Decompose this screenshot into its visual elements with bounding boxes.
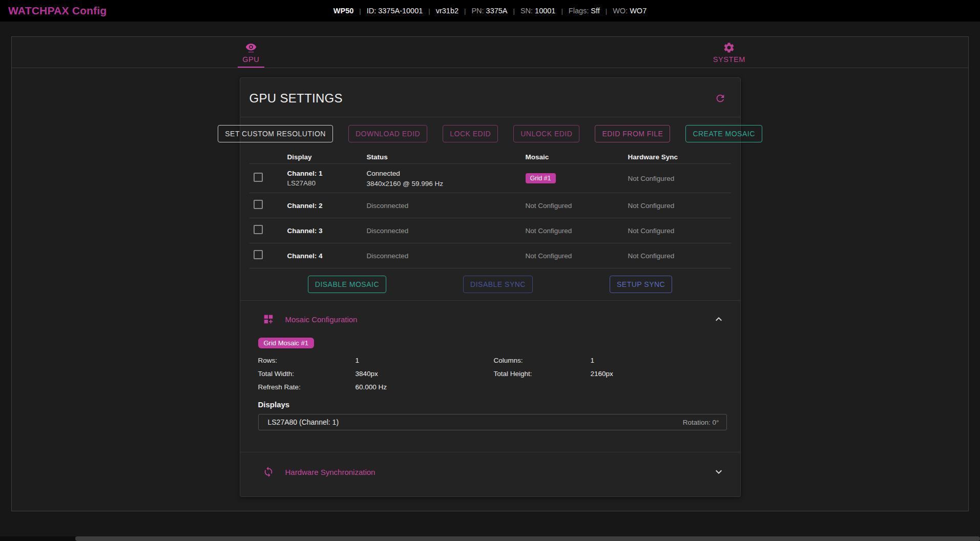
channel-label: Channel: 4 bbox=[287, 252, 361, 260]
download-edid-button[interactable]: DOWNLOAD EDID bbox=[348, 125, 427, 142]
sn-label: SN: bbox=[520, 7, 533, 15]
tab-system[interactable]: SYSTEM bbox=[490, 37, 969, 68]
refresh-button[interactable] bbox=[715, 93, 726, 104]
chevron-down-icon[interactable] bbox=[713, 466, 725, 478]
mosaic-status: Not Configured bbox=[519, 227, 622, 235]
columns-label: Columns: bbox=[494, 357, 591, 364]
refresh-icon bbox=[715, 93, 726, 104]
refresh-rate-label: Refresh Rate: bbox=[258, 383, 356, 391]
device-model: WP50 bbox=[333, 7, 354, 15]
separator: | bbox=[561, 7, 562, 15]
tab-gpu-label: GPU bbox=[242, 55, 259, 64]
channel-2-checkbox[interactable] bbox=[254, 200, 263, 209]
separator: | bbox=[513, 7, 515, 15]
mosaic-grid-icon bbox=[263, 314, 274, 325]
columns-value: 1 bbox=[591, 357, 727, 364]
mosaic-configuration-body: Grid Mosaic #1 Rows: 1 Columns: 1 Total … bbox=[240, 338, 740, 452]
channel-4-checkbox[interactable] bbox=[254, 250, 263, 259]
pn-value: 3375A bbox=[486, 7, 508, 15]
table-row-channel-2: Channel: 2 Disconnected Not Configured N… bbox=[249, 193, 731, 218]
total-width-label: Total Width: bbox=[258, 370, 356, 378]
app-title: WATCHPAX Config bbox=[8, 5, 107, 17]
disable-mosaic-button[interactable]: DISABLE MOSAIC bbox=[308, 276, 386, 293]
display-item-name: LS27A80 (Channel: 1) bbox=[268, 418, 339, 426]
hardware-sync-status: Not Configured bbox=[622, 175, 731, 182]
channel-label: Channel: 2 bbox=[287, 202, 361, 210]
gear-icon bbox=[723, 41, 735, 54]
col-status: Status bbox=[361, 153, 519, 161]
channels-table: Display Status Mosaic Hardware Sync Chan… bbox=[249, 150, 731, 268]
status-detail: 3840x2160 @ 59.996 Hz bbox=[367, 180, 519, 188]
hardware-sync-status: Not Configured bbox=[622, 202, 731, 210]
hardware-sync-header[interactable]: Hardware Synchronization bbox=[240, 452, 740, 496]
separator: | bbox=[606, 7, 607, 15]
col-hardware-sync: Hardware Sync bbox=[622, 153, 731, 161]
actions-row: DISABLE MOSAIC DISABLE SYNC SETUP SYNC bbox=[240, 268, 740, 301]
status-text: Disconnected bbox=[361, 252, 519, 260]
separator: | bbox=[428, 7, 430, 15]
wo-label: WO: bbox=[613, 7, 628, 15]
gpu-eye-icon bbox=[245, 41, 257, 54]
channel-1-checkbox[interactable] bbox=[254, 173, 263, 182]
grid-mosaic-badge: Grid Mosaic #1 bbox=[258, 338, 314, 348]
col-mosaic: Mosaic bbox=[519, 153, 622, 161]
status-text: Disconnected bbox=[361, 227, 519, 235]
device-info-bar: WP50 | ID: 3375A-10001 | vr31b2 | PN: 33… bbox=[333, 7, 647, 15]
mosaic-configuration-header[interactable]: Mosaic Configuration bbox=[240, 301, 740, 338]
horizontal-scrollbar-track bbox=[0, 536, 980, 541]
mosaic-fields: Rows: 1 Columns: 1 Total Width: 3840px T… bbox=[258, 357, 727, 391]
device-version: vr31b2 bbox=[436, 7, 458, 15]
chevron-up-icon[interactable] bbox=[713, 313, 725, 325]
hardware-sync-panel: Hardware Synchronization bbox=[240, 452, 740, 496]
tab-gpu[interactable]: GPU bbox=[12, 37, 490, 68]
total-height-label: Total Height: bbox=[494, 370, 591, 378]
separator: | bbox=[464, 7, 466, 15]
table-header-row: Display Status Mosaic Hardware Sync bbox=[249, 150, 731, 164]
mosaic-status: Not Configured bbox=[519, 252, 622, 260]
flags-value: Sff bbox=[591, 7, 599, 15]
display-item-rotation: Rotation: 0° bbox=[683, 419, 719, 426]
device-id: ID: 3375A-10001 bbox=[367, 7, 423, 15]
total-height-value: 2160px bbox=[591, 370, 727, 378]
panel-title: GPU SETTINGS bbox=[249, 91, 343, 106]
status-text: Disconnected bbox=[361, 202, 519, 210]
mosaic-status: Not Configured bbox=[519, 202, 622, 210]
channel-label: Channel: 3 bbox=[287, 227, 361, 235]
status-text: Connected bbox=[367, 170, 519, 177]
display-list-item[interactable]: LS27A80 (Channel: 1) Rotation: 0° bbox=[258, 414, 727, 430]
pn-label: PN: bbox=[471, 7, 484, 15]
tab-bar: GPU SYSTEM bbox=[12, 37, 968, 68]
set-custom-resolution-button[interactable]: SET CUSTOM RESOLUTION bbox=[218, 125, 333, 142]
disable-sync-button[interactable]: DISABLE SYNC bbox=[463, 276, 533, 293]
table-row-channel-1: Channel: 1 LS27A80 Connected 3840x2160 @… bbox=[249, 164, 731, 193]
lock-edid-button[interactable]: LOCK EDID bbox=[443, 125, 498, 142]
hardware-sync-status: Not Configured bbox=[622, 227, 731, 235]
refresh-rate-value: 60.000 Hz bbox=[356, 383, 494, 391]
create-mosaic-button[interactable]: CREATE MOSAIC bbox=[685, 125, 762, 142]
active-tab-indicator bbox=[238, 67, 264, 68]
flags-label: Flags: bbox=[569, 7, 589, 15]
edid-from-file-button[interactable]: EDID FROM FILE bbox=[595, 125, 670, 142]
rows-value: 1 bbox=[356, 357, 494, 364]
table-row-channel-4: Channel: 4 Disconnected Not Configured N… bbox=[249, 243, 731, 268]
horizontal-scrollbar-thumb[interactable] bbox=[75, 536, 980, 541]
unlock-edid-button[interactable]: UNLOCK EDID bbox=[513, 125, 579, 142]
setup-sync-button[interactable]: SETUP SYNC bbox=[610, 276, 672, 293]
sn-value: 10001 bbox=[535, 7, 555, 15]
toolbar: SET CUSTOM RESOLUTION DOWNLOAD EDID LOCK… bbox=[240, 117, 740, 150]
display-name: LS27A80 bbox=[287, 179, 361, 187]
col-display: Display bbox=[281, 153, 361, 161]
channel-label: Channel: 1 bbox=[287, 170, 361, 177]
hardware-sync-label: Hardware Synchronization bbox=[285, 468, 713, 476]
table-row-channel-3: Channel: 3 Disconnected Not Configured N… bbox=[249, 218, 731, 243]
channel-3-checkbox[interactable] bbox=[254, 225, 263, 234]
main-container: GPU SYSTEM GPU SETTINGS SET CUSTOM RESOL… bbox=[11, 36, 969, 511]
separator: | bbox=[359, 7, 361, 15]
gpu-settings-card: GPU SETTINGS SET CUSTOM RESOLUTION DOWNL… bbox=[240, 77, 741, 497]
mosaic-configuration-panel: Mosaic Configuration Grid Mosaic #1 Rows… bbox=[240, 301, 740, 452]
sync-loop-icon bbox=[263, 466, 274, 477]
mosaic-configuration-label: Mosaic Configuration bbox=[285, 315, 713, 324]
app-header: WATCHPAX Config WP50 | ID: 3375A-10001 |… bbox=[0, 0, 980, 22]
rows-label: Rows: bbox=[258, 357, 356, 364]
tab-system-label: SYSTEM bbox=[713, 55, 745, 64]
